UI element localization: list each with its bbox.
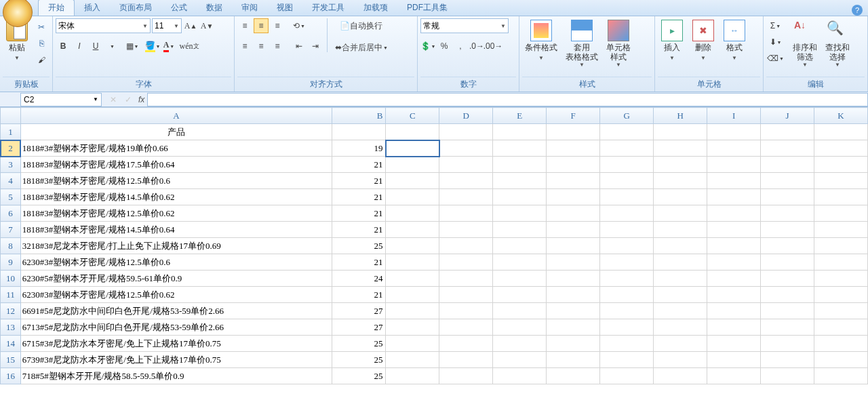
cell[interactable]	[493, 173, 547, 189]
cell[interactable]: 1818#3#塑钢本牙密尾/规格12.5单价0.6	[20, 173, 332, 189]
merge-center-button[interactable]: ⬌ 合并后居中 ▼	[332, 40, 391, 55]
cell[interactable]	[654, 189, 707, 205]
cell[interactable]	[439, 157, 493, 173]
cell[interactable]	[493, 352, 547, 368]
font-color-button[interactable]: A▼	[161, 39, 176, 54]
column-header-I[interactable]: I	[707, 108, 761, 124]
cell[interactable]	[600, 140, 654, 157]
cell[interactable]	[439, 173, 493, 189]
format-table-button[interactable]: 套用 表格格式▼	[563, 18, 601, 69]
cell[interactable]	[386, 303, 439, 319]
row-header[interactable]: 13	[1, 319, 21, 336]
cell[interactable]	[386, 189, 439, 205]
percent-button[interactable]: %	[437, 39, 452, 54]
cell[interactable]	[654, 238, 707, 254]
cell[interactable]	[761, 368, 814, 384]
cell[interactable]	[707, 157, 761, 173]
cell[interactable]	[707, 124, 761, 140]
cell[interactable]: 27	[332, 303, 386, 319]
cell[interactable]	[707, 222, 761, 238]
cell[interactable]	[654, 287, 707, 303]
cell[interactable]	[493, 140, 547, 157]
wrap-text-button[interactable]: 📄 自动换行	[332, 18, 391, 33]
cell[interactable]	[600, 124, 654, 140]
cell[interactable]	[493, 254, 547, 271]
cell[interactable]	[439, 205, 493, 222]
underline-button[interactable]: U	[88, 39, 103, 54]
cell[interactable]	[547, 336, 600, 352]
copy-button[interactable]	[34, 36, 49, 51]
cell[interactable]	[439, 124, 493, 140]
cell[interactable]	[386, 287, 439, 303]
cell[interactable]	[600, 271, 654, 287]
cell[interactable]	[600, 336, 654, 352]
cell[interactable]	[547, 222, 600, 238]
cell[interactable]	[600, 222, 654, 238]
conditional-format-button[interactable]: 条件格式▼	[522, 18, 560, 64]
cell[interactable]	[814, 319, 867, 336]
decrease-indent-button[interactable]: ⇤	[292, 39, 307, 54]
cell[interactable]: 21	[332, 287, 386, 303]
cell[interactable]	[386, 124, 439, 140]
select-all-corner[interactable]	[1, 108, 21, 124]
cell[interactable]	[761, 173, 814, 189]
cell[interactable]	[439, 287, 493, 303]
italic-button[interactable]: I	[72, 39, 87, 54]
cell[interactable]	[386, 319, 439, 336]
cell[interactable]	[547, 124, 600, 140]
row-header[interactable]: 3	[1, 157, 21, 173]
cell[interactable]	[707, 352, 761, 368]
cell[interactable]: 25	[332, 238, 386, 254]
cell[interactable]: 24	[332, 271, 386, 287]
cell[interactable]	[814, 254, 867, 271]
cell[interactable]	[654, 222, 707, 238]
cell[interactable]: 27	[332, 319, 386, 336]
cell[interactable]	[707, 140, 761, 157]
worksheet-grid[interactable]: ABCDEFGHIJK1产品21818#3#塑钢本牙密尾/规格19单价0.661…	[0, 107, 868, 400]
cell[interactable]	[493, 336, 547, 352]
cell-styles-button[interactable]: 单元格 样式▼	[604, 18, 633, 69]
cell[interactable]	[439, 271, 493, 287]
cell[interactable]: 3218#3#尼龙本牙密尾/打上止免下止规格17单价0.69	[20, 238, 332, 254]
tab-insert[interactable]: 插入	[75, 0, 110, 16]
number-format-dropdown[interactable]: 常规▼	[420, 18, 509, 33]
cell[interactable]: 1818#3#塑钢本牙密尾/规格19单价0.66	[20, 140, 332, 157]
decrease-decimal-button[interactable]: .00→	[486, 39, 500, 54]
font-name-dropdown[interactable]: 宋体▼	[56, 18, 151, 33]
cell[interactable]	[547, 352, 600, 368]
cell[interactable]	[332, 124, 386, 140]
cell[interactable]: 6713#5#尼龙防水中间印白色开尾/规格53-59单价2.66	[20, 319, 332, 336]
cell[interactable]	[654, 124, 707, 140]
tab-data[interactable]: 数据	[197, 0, 232, 16]
cell[interactable]	[600, 254, 654, 271]
cell[interactable]	[547, 173, 600, 189]
cell[interactable]	[761, 140, 814, 157]
cell[interactable]: 产品	[20, 124, 332, 140]
cell[interactable]	[654, 368, 707, 384]
cell[interactable]	[654, 205, 707, 222]
row-header[interactable]: 4	[1, 173, 21, 189]
cell[interactable]	[439, 254, 493, 271]
border-button[interactable]: ▦▼	[125, 39, 140, 54]
cell[interactable]	[814, 287, 867, 303]
cell[interactable]	[654, 271, 707, 287]
cell[interactable]	[439, 189, 493, 205]
cell[interactable]: 6739#3#尼龙防水本牙密尾/免上下止规格17单价0.75	[20, 352, 332, 368]
cell[interactable]	[654, 173, 707, 189]
cell[interactable]: 6230#3#塑钢本牙密尾/规格12.5单价0.62	[20, 287, 332, 303]
autosum-button[interactable]: Σ▼	[766, 18, 785, 33]
cell[interactable]	[547, 189, 600, 205]
cell[interactable]	[814, 205, 867, 222]
cancel-formula-icon[interactable]: ✕	[106, 95, 121, 104]
column-header-C[interactable]: C	[386, 108, 439, 124]
cell[interactable]	[386, 271, 439, 287]
phonetic-button[interactable]: wén文	[182, 39, 197, 54]
cell[interactable]	[493, 319, 547, 336]
cell[interactable]	[707, 189, 761, 205]
row-header[interactable]: 5	[1, 189, 21, 205]
cell[interactable]	[707, 173, 761, 189]
cell[interactable]	[547, 205, 600, 222]
cell[interactable]	[386, 173, 439, 189]
tab-page-layout[interactable]: 页面布局	[110, 0, 161, 16]
cell[interactable]	[761, 303, 814, 319]
